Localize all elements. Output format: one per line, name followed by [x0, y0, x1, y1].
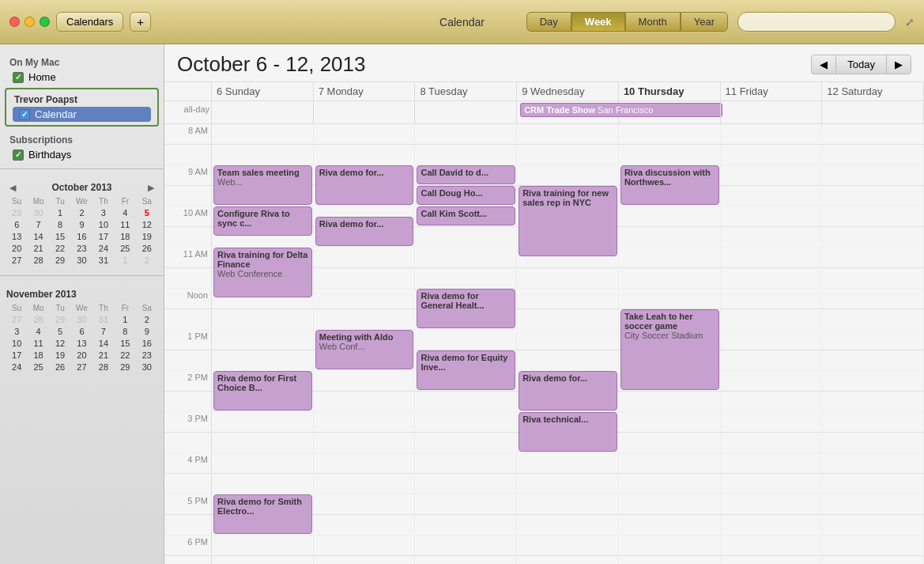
- nov-day-8[interactable]: 8: [115, 326, 135, 337]
- nov-day-17[interactable]: 17: [6, 350, 27, 361]
- oct-day-8[interactable]: 8: [50, 219, 70, 230]
- cell-row7-day3[interactable]: [517, 268, 619, 288]
- cell-row12-day6[interactable]: [822, 371, 924, 391]
- cell-row9-day6[interactable]: [822, 309, 924, 329]
- cell-row5-day2[interactable]: [415, 227, 517, 247]
- cell-row21-day2[interactable]: [415, 556, 517, 564]
- cell-row10-day0[interactable]: [212, 330, 314, 350]
- oct-day-21[interactable]: 21: [28, 243, 48, 254]
- cell-row1-day0[interactable]: [212, 145, 314, 165]
- cell-row14-day6[interactable]: [822, 412, 924, 432]
- next-week-button[interactable]: ▶: [886, 55, 911, 74]
- event-block-16[interactable]: Riva discussion with Northwes...: [620, 165, 719, 205]
- nov-day-11[interactable]: 11: [28, 338, 48, 349]
- cell-row0-day3[interactable]: [517, 124, 619, 144]
- cell-row8-day1[interactable]: [314, 289, 416, 308]
- cell-row12-day1[interactable]: [314, 371, 416, 391]
- cell-row11-day0[interactable]: [212, 350, 314, 370]
- calendars-button[interactable]: Calendars: [56, 12, 123, 32]
- cell-row14-day5[interactable]: [721, 412, 823, 432]
- cell-row16-day6[interactable]: [822, 453, 924, 473]
- oct-day-30[interactable]: 30: [71, 255, 92, 266]
- nov-day-5[interactable]: 5: [50, 326, 70, 337]
- cell-row5-day4[interactable]: [619, 227, 721, 247]
- cell-row7-day5[interactable]: [721, 268, 823, 288]
- oct-day-14[interactable]: 14: [28, 231, 48, 242]
- cell-row15-day5[interactable]: [721, 433, 823, 452]
- cell-row9-day0[interactable]: [212, 309, 314, 329]
- nov-day-12[interactable]: 12: [50, 338, 70, 349]
- cell-row13-day4[interactable]: [619, 392, 721, 411]
- cell-row19-day6[interactable]: [822, 515, 924, 535]
- allday-thursday[interactable]: [619, 101, 721, 123]
- oct-day-30p[interactable]: 30: [28, 207, 48, 218]
- cell-row15-day0[interactable]: [212, 433, 314, 452]
- cell-row18-day1[interactable]: [314, 494, 416, 514]
- cell-row14-day2[interactable]: [415, 412, 517, 432]
- allday-wednesday[interactable]: CRM Trade Show San Francisco: [517, 101, 619, 123]
- cell-row13-day2[interactable]: [415, 392, 517, 411]
- nov-day-27[interactable]: 27: [71, 361, 92, 373]
- nov-day-9[interactable]: 9: [137, 326, 157, 337]
- event-block-13[interactable]: Riva training for new sales rep in NYC: [519, 186, 617, 256]
- oct-day-29p[interactable]: 29: [6, 207, 27, 218]
- cell-row8-day3[interactable]: [517, 289, 619, 308]
- calendar-checkbox[interactable]: ✓: [19, 109, 30, 120]
- oct-day-5[interactable]: 5: [137, 207, 157, 218]
- event-block-5[interactable]: Riva demo for...: [315, 165, 414, 205]
- today-button[interactable]: Today: [836, 55, 886, 74]
- cell-row0-day1[interactable]: [314, 124, 416, 144]
- oct-day-24[interactable]: 24: [93, 243, 114, 254]
- event-block-17[interactable]: Take Leah to her soccer gameCity Soccer …: [620, 309, 719, 390]
- oct-day-2n[interactable]: 2: [137, 255, 157, 266]
- nov-day-30p[interactable]: 30: [71, 314, 92, 325]
- cell-row7-day4[interactable]: [619, 268, 721, 288]
- cell-row13-day1[interactable]: [314, 392, 416, 411]
- nov-day-28[interactable]: 28: [93, 361, 114, 373]
- nov-day-21[interactable]: 21: [93, 350, 114, 361]
- cell-row8-day4[interactable]: [619, 289, 721, 308]
- oct-day-12[interactable]: 12: [137, 219, 157, 230]
- close-button[interactable]: [9, 17, 20, 27]
- event-block-2[interactable]: Riva training for Delta FinanceWeb Confe…: [213, 248, 312, 297]
- cell-row19-day2[interactable]: [415, 515, 517, 535]
- cell-row3-day6[interactable]: [822, 186, 924, 206]
- event-block-8[interactable]: Call David to d...: [417, 165, 515, 184]
- cell-row20-day3[interactable]: [517, 536, 619, 555]
- event-block-6[interactable]: Riva demo for...: [315, 217, 414, 246]
- cell-row18-day3[interactable]: [517, 494, 619, 514]
- cell-row19-day4[interactable]: [619, 515, 721, 535]
- cell-row0-day2[interactable]: [415, 124, 517, 144]
- cell-row19-day1[interactable]: [314, 515, 416, 535]
- oct-day-7[interactable]: 7: [28, 219, 48, 230]
- allday-saturday[interactable]: [822, 101, 924, 123]
- oct-day-25[interactable]: 25: [115, 243, 135, 254]
- nov-day-18[interactable]: 18: [28, 350, 48, 361]
- cell-row10-day6[interactable]: [822, 330, 924, 350]
- allday-sunday[interactable]: [212, 101, 314, 123]
- cell-row16-day5[interactable]: [721, 453, 823, 473]
- cell-row14-day0[interactable]: [212, 412, 314, 432]
- cell-row10-day3[interactable]: [517, 330, 619, 350]
- cell-row15-day2[interactable]: [415, 433, 517, 452]
- nov-day-25[interactable]: 25: [28, 361, 48, 373]
- cell-row1-day5[interactable]: [721, 145, 823, 165]
- cell-row8-day6[interactable]: [822, 289, 924, 308]
- nov-day-29p[interactable]: 29: [50, 314, 70, 325]
- oct-day-31[interactable]: 31: [93, 255, 114, 266]
- cell-row1-day3[interactable]: [517, 145, 619, 165]
- oct-day-1n[interactable]: 1: [115, 255, 135, 266]
- oct-day-19[interactable]: 19: [137, 231, 157, 242]
- scroll-area[interactable]: 8 AM9 AM10 AM11 AMNoon1 PM2 PM3 PM4 PM5 …: [164, 124, 924, 564]
- cell-row1-day4[interactable]: [619, 145, 721, 165]
- cell-row17-day1[interactable]: [314, 474, 416, 494]
- cell-row7-day6[interactable]: [822, 268, 924, 288]
- event-block-14[interactable]: Riva demo for...: [519, 371, 617, 411]
- cell-row16-day2[interactable]: [415, 453, 517, 473]
- nov-day-13[interactable]: 13: [71, 338, 92, 349]
- nov-day-28p[interactable]: 28: [28, 314, 48, 325]
- nov-day-24[interactable]: 24: [6, 361, 27, 373]
- cell-row21-day0[interactable]: [212, 556, 314, 564]
- birthdays-checkbox[interactable]: ✓: [13, 150, 24, 161]
- cell-row13-day6[interactable]: [822, 392, 924, 411]
